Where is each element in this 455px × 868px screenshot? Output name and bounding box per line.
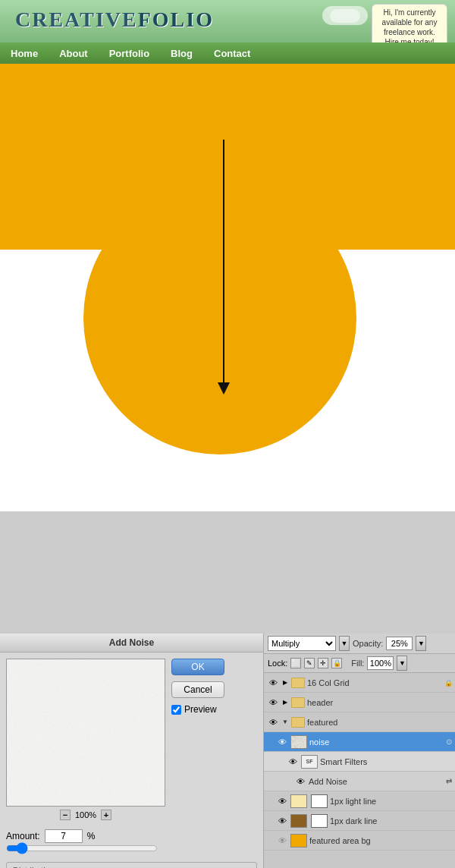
mode-arrow-button[interactable]: ▼ bbox=[339, 636, 350, 651]
layers-top-bar: Multiply ▼ Opacity: ▼ bbox=[264, 634, 455, 654]
eye-icon-dark-line[interactable]: 👁 bbox=[276, 816, 288, 826]
layer-row-light-line[interactable]: 👁 1px light line bbox=[264, 791, 455, 811]
cloud-decoration2 bbox=[330, 9, 360, 23]
fill-input[interactable] bbox=[367, 656, 394, 670]
amount-input[interactable] bbox=[45, 829, 83, 843]
expand-featured[interactable]: ▼ bbox=[281, 719, 289, 726]
layer-row-header[interactable]: 👁 ▶ header bbox=[264, 693, 455, 712]
layer-row-featured[interactable]: 👁 ▼ featured bbox=[264, 712, 455, 732]
site-header: CREATIVEFOLIO Hi, I'm currently availabl… bbox=[0, 0, 455, 42]
layer-row-dark-line[interactable]: 👁 1px dark line bbox=[264, 811, 455, 831]
layer-row-add-noise[interactable]: 👁 Add Noise ⇄ bbox=[264, 772, 455, 791]
eye-icon-add-noise[interactable]: 👁 bbox=[294, 776, 306, 787]
preview-checkbox-row: Preview bbox=[171, 704, 257, 715]
layer-name-smart-filters: Smart Filters bbox=[320, 757, 452, 766]
layer-name-dark-line: 1px dark line bbox=[330, 816, 452, 826]
lock-label: Lock: bbox=[268, 659, 287, 668]
nav-portfolio[interactable]: Portfolio bbox=[106, 46, 152, 61]
layer-row-noise[interactable]: 👁 noise ⊙ bbox=[264, 732, 455, 752]
eye-icon-header[interactable]: 👁 bbox=[267, 697, 279, 708]
folder-icon-16col bbox=[291, 678, 305, 688]
expand-16col[interactable]: ▶ bbox=[281, 679, 289, 687]
canvas-area bbox=[0, 64, 455, 511]
blend-mode-select[interactable]: Multiply bbox=[268, 636, 336, 651]
cancel-button[interactable]: Cancel bbox=[171, 681, 224, 698]
opacity-input[interactable] bbox=[386, 637, 413, 650]
hire-text: Hi, I'm currently available for any free… bbox=[382, 8, 438, 42]
distribution-group: Distribution Uniform Gaussian bbox=[6, 862, 257, 868]
amount-slider[interactable] bbox=[6, 843, 158, 854]
nav-home[interactable]: Home bbox=[8, 46, 41, 61]
layer-name-featured: featured bbox=[307, 718, 452, 727]
fill-arrow-button[interactable]: ▼ bbox=[397, 656, 407, 671]
bottom-panel: Add Noise bbox=[0, 634, 455, 868]
preview-label: Preview bbox=[184, 704, 217, 715]
noise-preview bbox=[6, 659, 165, 807]
lock-pixel-icon[interactable]: ✎ bbox=[304, 658, 315, 668]
zoom-bar: − 100% + bbox=[60, 810, 111, 820]
lock-all-icon[interactable]: 🔒 bbox=[331, 658, 342, 668]
arrow-head bbox=[218, 382, 230, 395]
noise-dialog-content: − 100% + OK Cancel Preview bbox=[0, 653, 263, 826]
svg-rect-2 bbox=[291, 736, 306, 748]
arrow-line bbox=[223, 140, 224, 382]
svg-rect-0 bbox=[7, 659, 165, 807]
zoom-out-button[interactable]: − bbox=[60, 810, 71, 820]
filter-icon-add-noise: ⇄ bbox=[446, 777, 452, 785]
nav-blog[interactable]: Blog bbox=[168, 46, 196, 61]
layers-panel: Multiply ▼ Opacity: ▼ Lock: ⬜ ✎ ✛ 🔒 Fill… bbox=[264, 634, 455, 868]
eye-icon-smart-filters[interactable]: 👁 bbox=[287, 756, 299, 767]
layer-name-16col: 16 Col Grid bbox=[307, 678, 442, 687]
layer-row-16col[interactable]: 👁 ▶ 16 Col Grid 🔒 bbox=[264, 673, 455, 693]
preview-section: − 100% + bbox=[6, 659, 165, 820]
nav-about[interactable]: About bbox=[56, 46, 91, 61]
folder-icon-header bbox=[291, 697, 305, 708]
hire-bubble[interactable]: Hi, I'm currently available for any free… bbox=[372, 4, 447, 42]
lock-badge-16col: 🔒 bbox=[444, 679, 452, 687]
layer-thumb-smart-filters: SF bbox=[301, 755, 318, 769]
fill-label: Fill: bbox=[351, 659, 364, 668]
ok-button[interactable]: OK bbox=[171, 659, 224, 675]
layer-row-smart-filters[interactable]: 👁 SF Smart Filters bbox=[264, 752, 455, 772]
opacity-label: Opacity: bbox=[353, 639, 383, 648]
expand-header[interactable]: ▶ bbox=[281, 699, 289, 706]
layer-name-header: header bbox=[307, 698, 452, 707]
nav-contact[interactable]: Contact bbox=[211, 46, 253, 61]
amount-row: Amount: % bbox=[0, 829, 263, 843]
logo-part2: FOLIO bbox=[138, 8, 214, 31]
layer-thumb-noise bbox=[290, 735, 307, 749]
down-arrow bbox=[212, 140, 235, 413]
add-noise-dialog: Add Noise bbox=[0, 634, 264, 868]
noise-svg bbox=[7, 659, 165, 807]
layer-mask-light-line bbox=[311, 794, 328, 808]
layer-name-noise: noise bbox=[309, 737, 444, 747]
lock-position-icon[interactable]: ⬜ bbox=[290, 658, 301, 668]
eye-icon-16col[interactable]: 👁 bbox=[267, 678, 279, 688]
opacity-arrow-button[interactable]: ▼ bbox=[416, 636, 426, 651]
zoom-level: 100% bbox=[75, 810, 96, 819]
layer-thumb-light-line bbox=[290, 794, 307, 808]
nav-bar: Home About Portfolio Blog Contact bbox=[0, 42, 455, 64]
layer-row-featured-bg[interactable]: 👁 featured area bg bbox=[264, 831, 455, 851]
noise-controls: OK Cancel Preview bbox=[171, 659, 257, 820]
layer-mask-dark-line bbox=[311, 814, 328, 828]
eye-icon-noise[interactable]: 👁 bbox=[276, 737, 288, 747]
amount-slider-container bbox=[0, 843, 263, 859]
layer-name-add-noise: Add Noise bbox=[309, 777, 444, 786]
layer-name-light-line: 1px light line bbox=[330, 797, 452, 806]
eye-icon-featured[interactable]: 👁 bbox=[267, 717, 279, 728]
logo-part1: CREATIVE bbox=[15, 8, 138, 31]
amount-label: Amount: bbox=[6, 831, 40, 841]
eye-icon-light-line[interactable]: 👁 bbox=[276, 796, 288, 807]
layer-name-featured-bg: featured area bg bbox=[309, 836, 452, 845]
noise-indicator: ⊙ bbox=[446, 737, 452, 746]
lock-move-icon[interactable]: ✛ bbox=[318, 658, 328, 668]
layer-thumb-featured-bg bbox=[290, 834, 307, 848]
preview-checkbox[interactable] bbox=[171, 705, 181, 715]
zoom-in-button[interactable]: + bbox=[101, 810, 111, 820]
site-logo[interactable]: CREATIVEFOLIO bbox=[15, 8, 214, 32]
eye-icon-featured-bg[interactable]: 👁 bbox=[276, 835, 288, 846]
layer-thumb-dark-line bbox=[290, 814, 307, 828]
dialog-title: Add Noise bbox=[0, 634, 263, 653]
layers-lock-bar: Lock: ⬜ ✎ ✛ 🔒 Fill: ▼ bbox=[264, 654, 455, 673]
